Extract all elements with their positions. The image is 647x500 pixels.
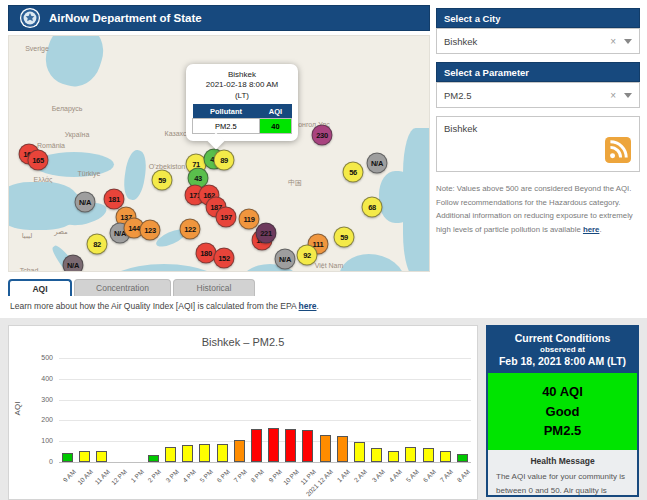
aqi-map-marker[interactable]: 123 — [140, 220, 161, 241]
chart-y-tick: 300 — [21, 396, 53, 403]
aqi-map-marker[interactable]: 82 — [87, 234, 108, 255]
aqi-map-marker[interactable]: N/A — [75, 192, 96, 213]
tab-aqi[interactable]: AQI — [8, 279, 72, 296]
aqi-map-marker[interactable]: 165 — [28, 150, 49, 171]
aqi-map-marker[interactable]: 59 — [334, 227, 355, 248]
popup-timezone: (LT) — [192, 91, 292, 101]
chart-x-tick: 4 AM — [387, 468, 402, 483]
city-dropdown[interactable]: Bishkek × — [436, 28, 640, 54]
map-country-label: Sverige — [25, 45, 49, 52]
chart-x-tick: 11 AM — [93, 468, 111, 486]
aqi-map-marker[interactable]: 122 — [180, 219, 201, 240]
chart-bar — [199, 444, 210, 462]
aqi-map-marker[interactable]: 221 — [256, 223, 277, 244]
chart-x-tick: 1 AM — [336, 468, 351, 483]
parameter-caret-icon[interactable] — [624, 93, 632, 98]
chart-bar — [79, 451, 90, 462]
chart-bar — [268, 428, 279, 462]
chart-x-tick: 3 AM — [370, 468, 385, 483]
chart-x-tick: 2 AM — [353, 468, 368, 483]
current-conditions-subtitle: observed at — [490, 345, 635, 354]
learn-more-period: . — [317, 301, 319, 311]
popup-pollutant-header: Pollutant — [193, 104, 260, 119]
chart-y-tick: 400 — [21, 375, 53, 382]
sea-of-japan-shape — [403, 128, 430, 272]
note-here-link[interactable]: here — [583, 225, 599, 234]
map-country-label: Беларусь — [52, 105, 83, 112]
aqi-map-marker[interactable]: 230 — [312, 125, 333, 146]
chart-bar — [320, 435, 331, 462]
current-conditions-header: Current Conditions observed at Feb 18, 2… — [488, 327, 637, 373]
aqi-map-marker[interactable]: 68 — [362, 197, 383, 218]
chart-y-axis-label: AQI — [13, 402, 22, 416]
chart-gridline — [59, 358, 471, 359]
chart-bar — [148, 455, 159, 462]
popup-table: Pollutant AQI PM2.5 40 — [192, 104, 292, 134]
rss-city-label: Bishkek — [444, 123, 477, 134]
chart-bar — [440, 451, 451, 462]
city-caret-icon[interactable] — [624, 39, 632, 44]
tab-concentration[interactable]: Concentration — [74, 279, 171, 296]
chart-bar — [62, 453, 73, 462]
current-conditions-datetime: Feb 18, 2021 8:00 AM (LT) — [490, 355, 635, 367]
aqi-map[interactable]: SverigeБеларусьУкраїнаRomâniaΕλλάςTürkiy… — [8, 35, 430, 272]
chart-x-tick: 4 PM — [181, 468, 197, 484]
app-header: AirNow Department of State — [8, 5, 430, 31]
chart-bar — [371, 448, 382, 462]
chart-bar — [182, 445, 193, 462]
map-popup: Bishkek 2021-02-18 8:00 AM (LT) Pollutan… — [186, 64, 298, 141]
chart-x-tick: 8 AM — [456, 468, 471, 483]
chart-x-tick: 5 PM — [198, 468, 214, 484]
chart-bar — [217, 444, 228, 462]
aqi-map-marker[interactable]: 89 — [214, 150, 235, 171]
parameter-dropdown[interactable]: PM2.5 × — [436, 82, 640, 108]
parameter-clear-icon[interactable]: × — [610, 90, 616, 101]
chart-x-tick: 7 PM — [233, 468, 249, 484]
learn-more-text: Learn more about how the Air Quality Ind… — [10, 301, 319, 311]
map-country-label: Việt Nam — [315, 262, 344, 269]
dept-of-state-seal-icon — [19, 7, 41, 29]
chart-bar — [457, 454, 468, 462]
chart-bar — [302, 430, 313, 462]
aqi-map-marker[interactable]: N/A — [275, 249, 296, 270]
chart-x-tick: 1 PM — [130, 468, 146, 484]
chart-bar — [251, 429, 262, 462]
chart-y-tick: 500 — [21, 354, 53, 361]
chart-gridline — [59, 462, 471, 463]
chart-y-tick: 100 — [21, 437, 53, 444]
chart-x-tick: 6 PM — [215, 468, 231, 484]
map-country-label: 中国 — [288, 178, 302, 188]
chart-gridline — [59, 441, 471, 442]
learn-more-here-link[interactable]: here — [299, 301, 317, 311]
chart-gridline — [59, 420, 471, 421]
health-message-header: Health Message — [488, 450, 637, 469]
aqi-map-marker[interactable]: 56 — [343, 162, 364, 183]
current-conditions-title: Current Conditions — [490, 332, 635, 344]
map-country-label: مصر — [54, 228, 68, 236]
aqi-map-marker[interactable]: 152 — [214, 248, 235, 269]
map-country-label: Tchad — [20, 267, 39, 273]
arabian-sea-shape — [97, 264, 231, 272]
aqi-map-marker[interactable]: 92 — [297, 245, 318, 266]
chart-bar — [423, 448, 434, 462]
aqi-map-marker[interactable]: N/A — [367, 153, 388, 174]
tab-historical[interactable]: Historical — [173, 279, 255, 296]
city-clear-icon[interactable]: × — [610, 36, 616, 47]
caspian-sea-shape — [122, 149, 149, 201]
aqi-map-marker[interactable]: N/A — [63, 255, 84, 273]
chart-bar — [285, 429, 296, 462]
chart-bar — [234, 440, 245, 462]
aqi-chart: Bishkek – PM2.5 AQI 0100200300400500 9 A… — [8, 325, 478, 500]
rss-city-box: Bishkek — [436, 116, 640, 172]
aqi-map-marker[interactable]: 59 — [152, 170, 173, 191]
current-aqi-category: Good — [490, 402, 635, 422]
chart-x-tick: 3 PM — [164, 468, 180, 484]
chart-gridline — [59, 379, 471, 380]
chart-bar — [96, 451, 107, 462]
aqi-map-marker[interactable]: 197 — [216, 207, 237, 228]
rss-feed-icon[interactable] — [605, 137, 631, 165]
chart-title: Bishkek – PM2.5 — [9, 336, 477, 348]
bottom-section: Bishkek – PM2.5 AQI 0100200300400500 9 A… — [0, 318, 647, 500]
chart-x-tick: 2 PM — [147, 468, 163, 484]
map-country-label: Україна — [65, 131, 90, 138]
